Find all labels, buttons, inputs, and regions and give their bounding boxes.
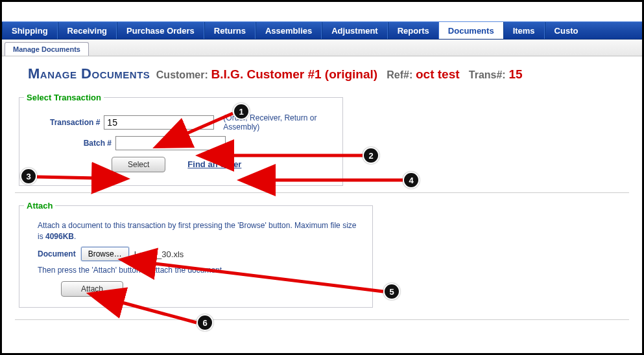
batch-number-label: Batch # xyxy=(42,139,112,148)
annotation-marker-1: 1 xyxy=(233,103,250,120)
select-transaction-panel: Transaction # (Order, Receiver, Return o… xyxy=(19,97,343,186)
attach-instruction-2: Then press the 'Attach' button to attach… xyxy=(38,265,361,276)
attach-instr-text-a: Attach a document to this transaction by… xyxy=(38,221,356,241)
attach-instruction-1: Attach a document to this transaction by… xyxy=(38,220,361,242)
tab-manage-documents[interactable]: Manage Documents xyxy=(5,42,89,56)
nav-purchase-orders[interactable]: Purchase Orders xyxy=(117,22,204,39)
nav-shipping[interactable]: Shipping xyxy=(2,22,58,39)
nav-adjustment[interactable]: Adjustment xyxy=(322,22,388,39)
nav-documents[interactable]: Documents xyxy=(439,22,503,39)
customer-value: B.I.G. Customer #1 (original) xyxy=(211,67,378,81)
footer-divider xyxy=(15,319,629,320)
ref-label: Ref#: xyxy=(387,69,412,80)
selected-filename: Loc_3_30.xls xyxy=(134,249,184,259)
browse-button[interactable]: Browse… xyxy=(81,247,129,261)
annotation-marker-6: 6 xyxy=(197,314,213,331)
trans-value: 15 xyxy=(508,67,522,81)
trans-label: Trans#: xyxy=(469,69,506,80)
subtab-bar: Manage Documents xyxy=(2,40,642,56)
nav-returns[interactable]: Returns xyxy=(204,22,256,39)
attach-legend: Attach xyxy=(24,201,55,211)
nav-receiving[interactable]: Receiving xyxy=(58,22,117,39)
nav-items[interactable]: Items xyxy=(503,22,545,39)
main-nav: Shipping Receiving Purchase Orders Retur… xyxy=(2,21,642,40)
attach-instr-text-c: . xyxy=(74,232,76,241)
annotation-marker-3: 3 xyxy=(20,168,37,185)
annotation-marker-2: 2 xyxy=(363,147,379,164)
attach-panel: Attach a document to this transaction by… xyxy=(19,205,373,308)
batch-number-input[interactable] xyxy=(115,136,226,150)
nav-customers[interactable]: Custo xyxy=(545,22,588,39)
customer-label: Customer: xyxy=(156,69,208,80)
attach-button[interactable]: Attach xyxy=(61,281,123,297)
select-transaction-legend: Select Transaction xyxy=(24,93,104,102)
annotation-marker-5: 5 xyxy=(383,283,400,300)
attach-max-size: 4096KB xyxy=(45,232,74,241)
select-button[interactable]: Select xyxy=(112,157,165,172)
nav-reports[interactable]: Reports xyxy=(388,22,439,39)
transaction-number-input[interactable] xyxy=(104,115,214,130)
ref-value: oct test xyxy=(416,67,460,81)
page-header: Manage Documents Customer: B.I.G. Custom… xyxy=(2,56,642,87)
transaction-number-label: Transaction # xyxy=(42,118,100,127)
find-order-link[interactable]: Find an order xyxy=(187,159,241,169)
nav-assemblies[interactable]: Assemblies xyxy=(256,22,322,39)
annotation-marker-4: 4 xyxy=(403,172,420,189)
document-label: Document xyxy=(38,249,76,258)
divider xyxy=(15,192,629,193)
page-title: Manage Documents xyxy=(28,65,150,82)
